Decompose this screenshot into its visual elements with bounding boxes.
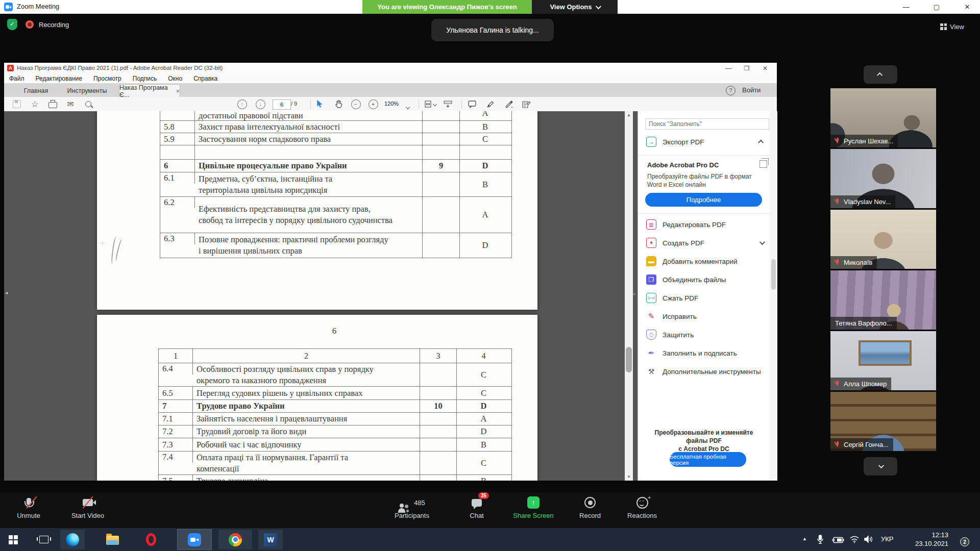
participants-scroll-down-button[interactable] (864, 457, 897, 475)
menu-view[interactable]: Просмотр (93, 75, 121, 82)
fit-width-icon[interactable] (423, 99, 438, 109)
start-video-button[interactable]: Start Video (67, 496, 108, 519)
reactions-button[interactable]: + Reactions (621, 496, 664, 519)
taskbar-opera[interactable] (139, 530, 163, 549)
tool-edit-pdf[interactable]: ▥ Редактировать PDF (646, 219, 764, 230)
learn-more-button[interactable]: Подробнее (645, 193, 762, 207)
page-down-icon[interactable]: ↓ (255, 99, 266, 109)
zoom-level-dropdown-icon[interactable] (406, 102, 409, 111)
tool-create-pdf[interactable]: + Создать PDF (646, 238, 764, 248)
free-trial-button[interactable]: Бесплатная пробная версия (670, 452, 746, 467)
tool-fix[interactable]: ✎ Исправить (646, 311, 764, 321)
save-icon[interactable] (11, 99, 22, 109)
mic-muted-icon (835, 137, 840, 145)
tools-search-input[interactable] (645, 118, 769, 130)
star-icon[interactable]: ☆ (29, 99, 40, 109)
print-icon[interactable] (47, 99, 58, 109)
acrobat-close-button[interactable]: ✕ (756, 63, 774, 74)
maximize-button[interactable]: ▢ (925, 0, 948, 14)
tool-compress-pdf[interactable]: ≻≺ Сжать PDF (646, 293, 764, 303)
tray-battery-icon[interactable] (832, 536, 844, 545)
tool-combine-files[interactable]: ❒ Объединить файлы (646, 274, 764, 285)
chevron-up-icon[interactable] (758, 140, 764, 145)
highlighter-icon[interactable] (485, 99, 496, 109)
tab-home[interactable]: Главная (14, 84, 58, 97)
participants-button[interactable]: 485 Participants (389, 496, 435, 519)
help-icon[interactable]: ? (726, 86, 736, 95)
scroll-down-icon[interactable]: ▼ (627, 474, 631, 479)
security-shield-icon[interactable]: ✓ (7, 19, 17, 30)
close-button[interactable]: ✕ (955, 0, 979, 14)
tool-fill-sign[interactable]: ✒ Заполнить и подписать (646, 348, 764, 358)
curriculum-table-part2: 1234 6.4Особливості розгляду цивільних с… (158, 348, 512, 481)
page-number-input[interactable] (273, 99, 291, 110)
taskbar-edge[interactable] (60, 530, 85, 549)
toolbar-presets-icon[interactable] (442, 99, 453, 109)
panel-collapse-icon[interactable]: ▸ (633, 291, 636, 296)
unmute-button[interactable]: Unmute (10, 496, 47, 519)
more-tools-wrench-icon: ⚒ (646, 366, 656, 377)
participant-video[interactable]: Тетяна Варфоло... (830, 270, 936, 330)
tray-wifi-icon[interactable] (849, 535, 860, 545)
zoom-in-icon[interactable]: + (368, 99, 379, 109)
hand-tool-icon[interactable] (333, 99, 344, 109)
select-tool-icon[interactable] (314, 99, 326, 109)
tray-volume-icon[interactable] (864, 535, 874, 545)
panel-scrollbar[interactable] (770, 111, 777, 481)
tab-document[interactable]: Наказ Програма Є... × (119, 84, 180, 97)
tray-mic-icon[interactable] (817, 535, 824, 546)
nav-prev-icon[interactable]: ◂ (5, 290, 8, 295)
view-options-button[interactable]: View Options (532, 0, 618, 14)
panel-scrollbar-thumb[interactable] (771, 259, 776, 290)
scroll-up-icon[interactable]: ▲ (627, 113, 631, 117)
participant-video[interactable]: Vladyslav Nev... (830, 149, 936, 208)
sign-pen-icon[interactable] (503, 99, 514, 109)
acrobat-minimize-button[interactable]: — (720, 63, 737, 74)
sign-in-button[interactable]: Войти (742, 86, 761, 94)
participant-name: Руслан Шехав... (844, 137, 893, 145)
tray-clock[interactable]: 12:13 23.10.2021 (903, 531, 948, 548)
tray-time: 12:13 (903, 531, 948, 539)
minimize-button[interactable]: — (894, 0, 918, 14)
tab-close-icon[interactable]: × (176, 88, 180, 95)
share-screen-button[interactable]: ↑ Share Screen (509, 496, 557, 519)
tab-tools[interactable]: Инструменты (60, 84, 114, 97)
scrollbar-thumb[interactable] (626, 347, 632, 372)
chevron-down-icon[interactable] (760, 239, 765, 245)
document-scrollbar[interactable] (625, 111, 633, 481)
fill-sign-icon[interactable] (521, 99, 532, 109)
taskbar-file-explorer[interactable] (100, 530, 125, 549)
email-icon[interactable]: ✉ (65, 99, 76, 109)
acrobat-restore-button[interactable]: ❐ (738, 63, 755, 74)
search-icon[interactable] (83, 99, 94, 109)
menu-sign[interactable]: Подпись (133, 75, 157, 82)
chat-button[interactable]: 35 Chat (463, 496, 490, 519)
tray-expand-icon[interactable]: ▲ (802, 536, 807, 541)
taskbar-chrome[interactable] (218, 530, 252, 549)
participant-video[interactable]: Руслан Шехав... (830, 88, 936, 147)
tool-protect[interactable]: ⬡ Защитить (646, 330, 764, 340)
zoom-out-icon[interactable]: − (350, 99, 361, 109)
task-view-button[interactable] (32, 530, 56, 549)
menu-window[interactable]: Окно (168, 75, 182, 82)
zoom-level-value[interactable]: 120% (384, 101, 399, 107)
add-comment-icon: ▬ (646, 256, 656, 266)
participants-scroll-up-button[interactable] (864, 65, 897, 84)
participant-video[interactable]: Миколаїв (830, 210, 936, 269)
taskbar-word[interactable]: W (258, 530, 283, 549)
taskbar-zoom[interactable] (178, 530, 211, 549)
tray-language[interactable]: УКР (881, 535, 894, 543)
participant-video[interactable]: Алла Шпомер (830, 331, 936, 390)
start-button[interactable] (1, 530, 26, 549)
menu-edit[interactable]: Редактирование (36, 75, 82, 82)
participant-video[interactable]: Сергій Гонча... (830, 392, 936, 451)
record-button[interactable]: Record (571, 496, 609, 519)
menu-help[interactable]: Справка (193, 75, 217, 82)
export-pdf-tool[interactable]: → Экспорт PDF (646, 137, 764, 147)
comment-icon[interactable] (467, 99, 478, 109)
tool-add-comment[interactable]: ▬ Добавить комментарий (646, 256, 764, 266)
page-up-icon[interactable]: ↑ (236, 99, 248, 109)
menu-file[interactable]: Файл (9, 75, 24, 82)
tool-more-tools[interactable]: ⚒ Дополнительные инструменты (646, 366, 764, 377)
view-layout-button[interactable]: View (940, 20, 976, 33)
